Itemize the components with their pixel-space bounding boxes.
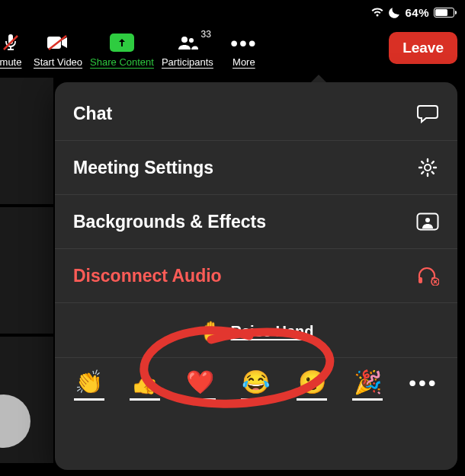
video-tile[interactable] <box>0 206 53 335</box>
share-content-button[interactable]: Share Content <box>90 32 154 68</box>
participants-button[interactable]: 33 Participants <box>162 32 213 68</box>
wifi-icon <box>370 7 384 18</box>
reaction-clap[interactable]: 👏 <box>74 369 104 401</box>
menu-item-disconnect-audio[interactable]: Disconnect Audio <box>55 249 457 303</box>
menu-item-settings[interactable]: Meeting Settings <box>55 141 457 195</box>
share-screen-icon <box>109 32 135 53</box>
person-frame-icon <box>416 210 439 233</box>
reactions-bar: 👏 👍 ❤️ 😂 😮 🎉 ••• <box>55 358 457 405</box>
participants-count-badge: 33 <box>201 29 211 40</box>
gear-icon <box>416 156 439 179</box>
more-menu-popover: Chat Meeting Settings Backgrounds & Effe… <box>55 82 457 470</box>
moon-icon <box>389 7 400 18</box>
raise-hand-button[interactable]: ✋ Raise Hand <box>55 303 457 358</box>
svg-point-3 <box>181 37 188 43</box>
start-video-button[interactable]: Start Video <box>34 32 82 68</box>
unmute-button[interactable]: mute <box>0 32 26 68</box>
battery-icon <box>434 8 454 18</box>
raise-hand-label: Raise Hand <box>231 323 314 340</box>
settings-label: Meeting Settings <box>73 158 213 178</box>
reaction-tada[interactable]: 🎉 <box>352 369 383 401</box>
unmute-label: mute <box>0 56 21 68</box>
microphone-muted-icon <box>0 32 24 53</box>
participants-label: Participants <box>162 56 213 68</box>
meeting-toolbar: mute Start Video Share Content 33 Partic… <box>0 21 465 75</box>
menu-item-chat[interactable]: Chat <box>55 87 457 141</box>
status-bar: 64% <box>370 0 465 21</box>
chat-label: Chat <box>73 104 112 124</box>
svg-point-4 <box>189 38 194 43</box>
chat-icon <box>416 102 439 125</box>
start-video-label: Start Video <box>34 56 82 68</box>
reactions-more-button[interactable]: ••• <box>408 371 438 398</box>
video-tile[interactable] <box>0 335 53 465</box>
video-tile[interactable] <box>0 76 53 206</box>
raised-hand-icon: ✋ <box>199 320 223 343</box>
more-dots-icon: ••• <box>231 32 257 53</box>
backgrounds-label: Backgrounds & Effects <box>73 212 266 232</box>
menu-item-backgrounds[interactable]: Backgrounds & Effects <box>55 195 457 249</box>
more-label: More <box>232 56 255 68</box>
video-off-icon <box>45 32 71 53</box>
avatar <box>0 395 30 448</box>
svg-point-7 <box>425 218 430 222</box>
video-tiles-column <box>0 76 53 476</box>
more-button[interactable]: ••• More <box>221 32 267 68</box>
svg-point-5 <box>425 165 431 171</box>
headphones-x-icon <box>416 264 439 287</box>
svg-rect-8 <box>418 277 422 283</box>
participants-icon: 33 <box>175 32 200 53</box>
leave-button[interactable]: Leave <box>389 32 457 64</box>
battery-percentage: 64% <box>405 6 429 19</box>
reaction-thumbs-up[interactable]: 👍 <box>130 369 160 401</box>
disconnect-audio-label: Disconnect Audio <box>73 266 222 286</box>
reaction-heart[interactable]: ❤️ <box>185 369 216 401</box>
share-content-label: Share Content <box>90 56 154 68</box>
reaction-joy[interactable]: 😂 <box>241 369 271 401</box>
reaction-open-mouth[interactable]: 😮 <box>297 369 327 401</box>
